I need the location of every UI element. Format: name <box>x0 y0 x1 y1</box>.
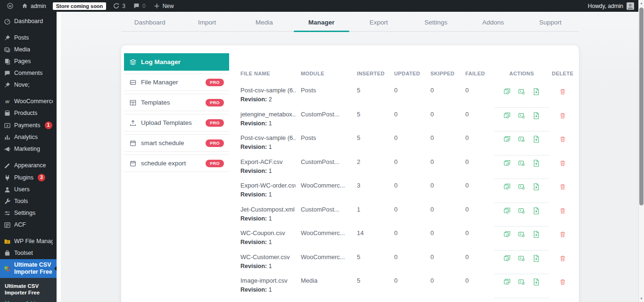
sidebar-item-toolset[interactable]: Toolset <box>0 247 57 259</box>
tab-settings[interactable]: Settings <box>407 13 464 31</box>
updated-cell: 0 <box>392 227 428 251</box>
revision-label: Revision: <box>240 96 267 103</box>
tab-support[interactable]: Support <box>522 13 579 31</box>
trash-icon[interactable] <box>559 136 566 155</box>
sidebar-item-products[interactable]: Products <box>0 107 57 119</box>
error-log-action[interactable] <box>518 88 526 96</box>
skipped-cell: 0 <box>428 108 463 132</box>
sidebar-item-dashboard[interactable]: Dashboard <box>0 16 57 27</box>
error-log-action[interactable] <box>518 135 526 143</box>
download-file-action[interactable] <box>532 88 540 96</box>
sidebar-item-analytics[interactable]: Analytics <box>0 131 57 143</box>
panel-item-templates[interactable]: TemplatesPRO <box>124 94 229 111</box>
window-scrollbar[interactable] <box>638 0 644 302</box>
sidebar-item-wp-file-manager[interactable]: @WP File Manager <box>0 236 57 247</box>
wordpress-logo-menu[interactable]: W <box>3 0 17 12</box>
updates-count: 3 <box>122 3 125 9</box>
pro-badge[interactable]: PRO <box>206 99 224 106</box>
trash-icon[interactable] <box>559 183 566 203</box>
sidebar-item-marketing[interactable]: Marketing <box>0 143 57 155</box>
error-log-action[interactable] <box>518 183 526 191</box>
pro-badge[interactable]: PRO <box>206 160 224 167</box>
trash-icon[interactable] <box>559 255 566 275</box>
download-file-action[interactable] <box>532 207 540 215</box>
tab-export[interactable]: Export <box>350 13 407 31</box>
sidebar-item-payments[interactable]: $Payments1 <box>0 119 57 131</box>
panel-item-log-manager[interactable]: Log Manager <box>124 53 229 71</box>
sidebar-item-pages[interactable]: Pages <box>0 56 57 67</box>
comments-menu[interactable]: 0 <box>129 0 149 12</box>
scrollbar-up-arrow-icon[interactable] <box>639 0 644 7</box>
pro-badge[interactable]: PRO <box>206 79 224 86</box>
sidebar-item-acf[interactable]: ACF <box>0 219 57 231</box>
tab-media[interactable]: Media <box>236 13 293 31</box>
download-file-action[interactable] <box>532 112 540 120</box>
view-log-action[interactable] <box>503 112 511 120</box>
pro-badge[interactable]: PRO <box>206 119 224 127</box>
error-log-action[interactable] <box>518 159 526 167</box>
download-file-action[interactable] <box>532 183 540 191</box>
inserted-cell: 5 <box>355 251 392 275</box>
sidebar-item-label: Ultimate CSV Importer Free <box>14 261 53 276</box>
panel-item-schedule-export[interactable]: schedule exportPRO <box>124 155 229 172</box>
error-log-action[interactable] <box>518 254 526 262</box>
sidebar-item-nove[interactable]: Nove; <box>0 79 57 91</box>
submenu-item-ultimate-csv-importer-free[interactable]: Ultimate CSV Importer Free <box>0 281 57 298</box>
my-account-menu[interactable]: Howdy, admin <box>588 2 638 10</box>
error-log-action[interactable] <box>518 207 526 215</box>
download-file-action[interactable] <box>532 230 540 238</box>
panel-item-file-manager[interactable]: File ManagerPRO <box>124 73 229 91</box>
file-name-cell: Image-import.csvRevision: 1 <box>238 274 298 298</box>
error-log-action[interactable] <box>518 112 526 120</box>
sidebar-item-users[interactable]: Users <box>0 184 57 196</box>
new-content-menu[interactable]: New <box>149 0 178 12</box>
trash-icon[interactable] <box>559 88 566 108</box>
site-name-menu[interactable]: admin <box>17 0 50 12</box>
dashboard-icon <box>4 18 11 25</box>
trash-icon[interactable] <box>559 112 566 132</box>
view-log-action[interactable] <box>503 135 511 143</box>
tab-import[interactable]: Import <box>178 13 235 31</box>
view-log-action[interactable] <box>503 207 511 215</box>
view-log-action[interactable] <box>503 159 511 167</box>
view-log-action[interactable] <box>503 254 511 262</box>
view-log-action[interactable] <box>503 278 511 286</box>
tab-manager[interactable]: Manager <box>293 13 350 31</box>
sidebar-item-label: WooCommerce <box>14 98 53 105</box>
scrollbar-down-arrow-icon[interactable] <box>639 295 644 302</box>
tab-dashboard[interactable]: Dashboard <box>121 13 178 31</box>
view-log-action[interactable] <box>503 88 511 96</box>
download-file-action[interactable] <box>532 159 540 167</box>
sidebar-item-plugins[interactable]: Plugins3 <box>0 171 57 184</box>
trash-icon[interactable] <box>559 278 566 298</box>
sidebar-item-appearance[interactable]: Appearance <box>0 160 57 171</box>
view-log-action[interactable] <box>503 183 511 191</box>
store-coming-soon-badge[interactable]: Store coming soon <box>53 2 107 10</box>
trash-icon[interactable] <box>559 231 566 251</box>
view-log-action[interactable] <box>503 230 511 238</box>
pro-badge[interactable]: PRO <box>206 139 224 147</box>
download-file-action[interactable] <box>532 254 540 262</box>
sidebar-item-tools[interactable]: Tools <box>0 196 57 207</box>
trash-icon[interactable] <box>559 207 566 227</box>
error-log-action[interactable] <box>518 278 526 286</box>
download-file-action[interactable] <box>532 135 540 143</box>
trash-icon[interactable] <box>559 160 566 180</box>
scrollbar-thumb[interactable] <box>639 8 644 205</box>
module-cell: Media <box>298 274 355 298</box>
sidebar-item-settings[interactable]: Settings <box>0 207 57 219</box>
sidebar-item-label: Pages <box>14 58 31 65</box>
panel-item-smart-schedule[interactable]: smart schedulePRO <box>124 134 229 152</box>
download-file-action[interactable] <box>532 278 540 286</box>
sidebar-item-comments[interactable]: Comments <box>0 67 57 79</box>
sidebar-item-posts[interactable]: Posts <box>0 32 57 44</box>
submenu-item-manage-addons[interactable]: Manage Addons <box>0 298 57 302</box>
updates-menu[interactable]: 3 <box>109 0 129 12</box>
sidebar-item-ultimate-csv-importer-free[interactable]: CSVUltimate CSV Importer Free <box>0 259 57 278</box>
tab-addons[interactable]: Addons <box>464 13 521 31</box>
error-log-action[interactable] <box>518 230 526 238</box>
panel-item-upload-templates[interactable]: Upload TemplatesPRO <box>124 114 229 131</box>
sidebar-item-media[interactable]: Media <box>0 44 57 56</box>
sidebar-item-woocommerce[interactable]: WWooCommerce <box>0 96 57 107</box>
log-table-header: FILE NAMEMODULEINSERTEDUPDATEDSKIPPEDFAI… <box>238 66 576 84</box>
